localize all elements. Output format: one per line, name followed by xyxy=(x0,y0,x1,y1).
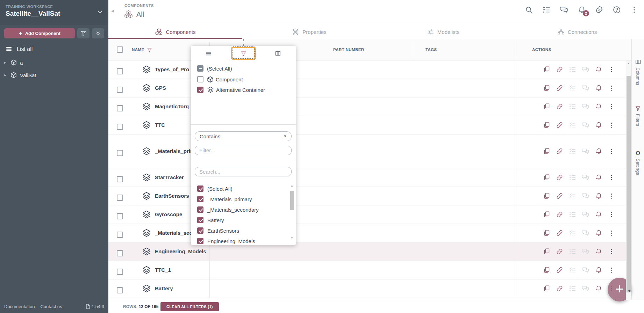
collapse-sidebar-icon[interactable]: ◂ xyxy=(111,8,114,14)
tasks-checklist-icon[interactable] xyxy=(569,211,576,218)
row-checkbox[interactable] xyxy=(117,232,123,238)
more-menu-icon[interactable] xyxy=(630,6,638,14)
tab-properties[interactable]: Properties xyxy=(242,25,376,39)
notifications-bell-icon[interactable] xyxy=(595,174,602,181)
column-header-tags[interactable]: TAGS xyxy=(425,39,437,60)
copy-icon[interactable] xyxy=(543,122,550,129)
row-checkbox[interactable] xyxy=(117,176,123,182)
select-all-rows-checkbox[interactable] xyxy=(117,46,123,53)
notifications-bell-icon[interactable] xyxy=(595,211,602,218)
chat-icon[interactable] xyxy=(582,66,589,73)
link-icon[interactable] xyxy=(556,211,563,218)
row-checkbox[interactable] xyxy=(117,213,123,219)
caret-right-icon[interactable]: ▶ xyxy=(3,73,7,77)
notifications-bell-icon[interactable] xyxy=(595,248,602,255)
rail-columns[interactable]: Columns xyxy=(632,59,644,85)
tab-connections[interactable]: Connections xyxy=(510,25,644,39)
checkbox-checked[interactable] xyxy=(197,206,203,213)
table-row[interactable]: Battery xyxy=(108,279,631,298)
link-icon[interactable] xyxy=(556,103,563,110)
caret-right-icon[interactable]: ▶ xyxy=(3,61,7,64)
scrollbar-thumb[interactable] xyxy=(290,191,294,210)
workspace-header[interactable]: TRAINING WORKSPACE Satellite__ValiSat xyxy=(0,0,108,25)
row-menu-icon[interactable] xyxy=(608,211,615,218)
filter-value-option[interactable]: _Materials_secondary xyxy=(191,204,289,215)
collapse-all-button[interactable] xyxy=(92,28,104,38)
tree-filter-button[interactable] xyxy=(77,28,90,38)
row-menu-icon[interactable] xyxy=(608,85,615,92)
link-icon[interactable] xyxy=(556,122,563,129)
chat-icon[interactable] xyxy=(582,267,589,274)
approvals-seal-icon[interactable] xyxy=(595,6,603,14)
row-menu-icon[interactable] xyxy=(608,192,615,199)
copy-icon[interactable] xyxy=(543,85,550,92)
copy-icon[interactable] xyxy=(543,174,550,181)
chat-icon[interactable] xyxy=(582,103,589,110)
row-checkbox[interactable] xyxy=(117,269,123,275)
link-icon[interactable] xyxy=(556,148,563,155)
table-row[interactable]: Engineering_Models xyxy=(108,242,631,261)
link-icon[interactable] xyxy=(556,230,563,237)
tab-components[interactable]: Components xyxy=(108,25,242,39)
filter-funnel-icon[interactable] xyxy=(147,47,152,52)
tab-modelists[interactable]: Modelists xyxy=(376,25,510,39)
help-icon[interactable] xyxy=(613,6,621,14)
copy-icon[interactable] xyxy=(543,192,550,200)
popup-tab-filter[interactable] xyxy=(232,46,255,61)
checkbox-checked[interactable] xyxy=(197,185,203,192)
copy-icon[interactable] xyxy=(543,66,550,73)
notifications-bell-icon[interactable] xyxy=(595,148,602,155)
filter-value-option[interactable]: Engineering_Models xyxy=(191,236,289,245)
tasks-checklist-icon[interactable] xyxy=(569,148,576,155)
scroll-up-arrow[interactable]: ▲ xyxy=(289,184,294,187)
tasks-checklist-icon[interactable] xyxy=(569,103,576,110)
clear-all-filters-button[interactable]: CLEAR ALL FILTERS (1) xyxy=(160,302,219,311)
popup-tab-columns[interactable] xyxy=(266,46,289,61)
column-header-name[interactable]: NAME xyxy=(132,39,152,60)
scroll-down-arrow[interactable]: ▼ xyxy=(289,236,294,240)
copy-icon[interactable] xyxy=(543,248,550,255)
tasks-checklist-icon[interactable] xyxy=(569,230,576,237)
checkbox-checked[interactable] xyxy=(197,227,203,234)
copy-icon[interactable] xyxy=(543,230,550,237)
notifications-bell-icon[interactable] xyxy=(595,66,602,73)
filter-value-option[interactable]: Battery xyxy=(191,215,289,225)
table-row[interactable]: TTC xyxy=(108,116,631,134)
chat-icon[interactable] xyxy=(582,248,589,255)
row-checkbox[interactable] xyxy=(117,150,123,156)
column-divider[interactable] xyxy=(515,42,515,57)
chevron-down-icon[interactable] xyxy=(96,8,103,15)
row-menu-icon[interactable] xyxy=(608,103,615,110)
rail-filters[interactable]: Filters xyxy=(632,105,644,126)
popup-tab-menu[interactable] xyxy=(197,46,220,61)
notifications-bell-icon[interactable] xyxy=(595,230,602,237)
chat-icon[interactable] xyxy=(582,174,589,181)
table-row[interactable]: StarTracker xyxy=(108,168,631,187)
filter-operator-select[interactable]: Contains ▼ xyxy=(195,131,292,141)
table-row[interactable]: MagneticTorq xyxy=(108,97,631,116)
chat-icon[interactable] xyxy=(582,192,589,200)
type-option-component[interactable]: Component xyxy=(191,74,296,85)
scroll-up-arrow[interactable]: ▲ xyxy=(626,62,631,65)
scrollbar-thumb[interactable] xyxy=(627,76,631,292)
tasks-checklist-icon[interactable] xyxy=(569,66,576,73)
table-row[interactable]: Types_of_Pro xyxy=(108,60,631,79)
row-checkbox[interactable] xyxy=(117,87,123,93)
add-component-button[interactable]: + Add Component xyxy=(4,28,75,38)
link-icon[interactable] xyxy=(556,192,563,200)
chat-icon[interactable] xyxy=(582,230,589,237)
link-icon[interactable] xyxy=(556,85,563,92)
tasks-checklist-icon[interactable] xyxy=(569,192,576,200)
tree-item-valisat[interactable]: ▶ ValiSat xyxy=(0,69,108,81)
row-menu-icon[interactable] xyxy=(608,248,615,255)
sidebar-item-list-all[interactable]: List all xyxy=(0,42,108,56)
link-icon[interactable] xyxy=(556,285,563,292)
notifications-bell-icon[interactable] xyxy=(595,85,602,92)
chat-icon[interactable] xyxy=(582,122,589,129)
rail-settings[interactable]: ⚙ Settings xyxy=(632,150,644,175)
row-checkbox[interactable] xyxy=(117,287,123,293)
table-row[interactable]: TTC_1 xyxy=(108,261,631,279)
row-name[interactable]: Engineering_Models xyxy=(155,248,208,254)
link-icon[interactable] xyxy=(556,248,563,255)
tree-item-a[interactable]: ▶ a xyxy=(0,56,108,69)
